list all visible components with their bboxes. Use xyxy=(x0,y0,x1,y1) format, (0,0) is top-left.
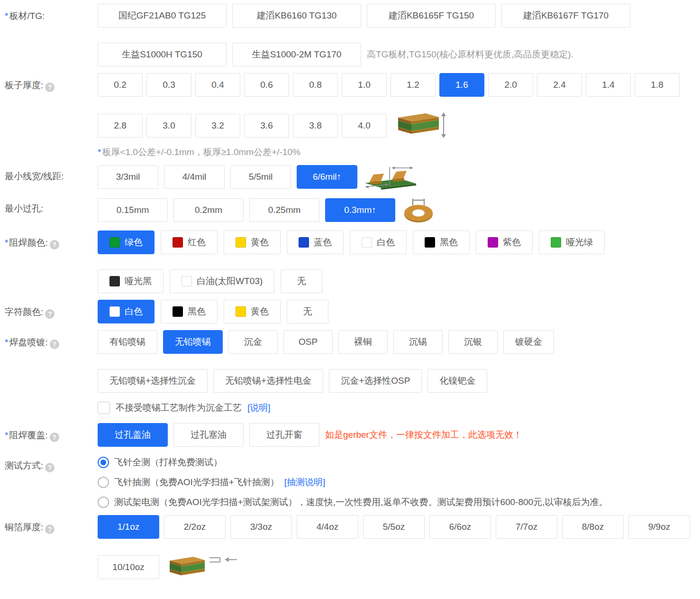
field-label-text: 最小线宽/线距: xyxy=(5,171,64,181)
finish-option[interactable]: 化镍钯金 xyxy=(427,369,487,393)
help-icon[interactable]: ? xyxy=(45,463,55,472)
field-row-covering: *阻焊覆盖:? 过孔盖油 过孔塞油 过孔开窗 如是gerber文件，一律按文件加… xyxy=(5,423,695,447)
field-row-material: *板材/TG: 国纪GF21AB0 TG125 建滔KB6160 TG130 建… xyxy=(5,4,695,66)
thickness-option[interactable]: 1.2 xyxy=(391,73,436,97)
mask-color-option[interactable]: 哑光绿 xyxy=(539,230,605,254)
radio-button[interactable] xyxy=(98,457,109,468)
radio-label: 飞针抽测（免费AOI光学扫描+飞针抽测） xyxy=(114,476,279,488)
thickness-option[interactable]: 1.6 xyxy=(439,73,484,97)
thickness-option[interactable]: 1.0 xyxy=(342,73,387,97)
covering-option[interactable]: 过孔开窗 xyxy=(249,423,319,447)
trace-option[interactable]: 6/6mil↑ xyxy=(297,165,357,189)
help-icon[interactable]: ? xyxy=(50,340,59,349)
thickness-option[interactable]: 1.8 xyxy=(635,73,680,97)
via-option[interactable]: 0.15mm xyxy=(98,198,168,222)
copper-option[interactable]: 4/4oz xyxy=(297,515,358,539)
covering-option[interactable]: 过孔盖油 xyxy=(98,423,168,447)
finish-option[interactable]: 沉金+选择性OSP xyxy=(329,369,422,393)
mask-color-option[interactable]: 红色 xyxy=(161,230,218,254)
material-option[interactable]: 建滔KB6165F TG150 xyxy=(367,4,496,28)
radio-label: 飞针全测（打样免费测试） xyxy=(114,456,222,469)
color-swatch xyxy=(173,306,183,317)
mask-color-option[interactable]: 紫色 xyxy=(476,230,533,254)
radio-button[interactable] xyxy=(98,477,109,488)
material-option[interactable]: 生益S1000H TG150 xyxy=(98,43,227,66)
help-icon[interactable]: ? xyxy=(50,240,59,249)
trace-option[interactable]: 4/4mil xyxy=(164,165,225,189)
material-option[interactable]: 建滔KB6167F TG170 xyxy=(501,4,630,28)
mask-color-option[interactable]: 黑色 xyxy=(413,230,470,254)
thickness-option[interactable]: 0.2 xyxy=(98,73,143,97)
help-icon[interactable]: ? xyxy=(45,309,55,319)
copper-option[interactable]: 7/7oz xyxy=(496,515,557,539)
copper-option[interactable]: 10/10oz xyxy=(98,555,159,579)
copper-option[interactable]: 2/2oz xyxy=(164,515,226,539)
option-label: 哑光绿 xyxy=(566,236,593,249)
copper-option[interactable]: 1/1oz xyxy=(98,515,159,539)
note-text: 板厚<1.0公差+/-0.1mm，板厚≥1.0mm公差+/-10% xyxy=(102,147,300,157)
finish-option[interactable]: 沉金 xyxy=(228,330,278,354)
copper-option[interactable]: 5/5oz xyxy=(363,515,425,539)
help-icon[interactable]: ? xyxy=(50,433,59,442)
option-label: 黄色 xyxy=(251,236,269,249)
finish-option[interactable]: 无铅喷锡+选择性沉金 xyxy=(98,369,208,393)
copper-option[interactable]: 8/8oz xyxy=(562,515,624,539)
finish-option[interactable]: 沉锡 xyxy=(393,330,443,354)
copper-option[interactable]: 9/9oz xyxy=(628,515,690,539)
thickness-option[interactable]: 2.8 xyxy=(98,114,143,138)
mask-color-option[interactable]: 黄色 xyxy=(224,230,281,254)
radio-button[interactable] xyxy=(98,497,109,508)
material-option[interactable]: 建滔KB6160 TG130 xyxy=(232,4,361,28)
via-option[interactable]: 0.3mm↑ xyxy=(325,198,395,222)
trace-option[interactable]: 5/5mil xyxy=(230,165,291,189)
thickness-option[interactable]: 2.4 xyxy=(537,73,582,97)
color-swatch xyxy=(109,276,120,286)
finish-option[interactable]: 裸铜 xyxy=(338,330,388,354)
field-label-material: *板材/TG: xyxy=(5,4,98,22)
mask-color-option[interactable]: 绿色 xyxy=(98,230,155,254)
copper-option[interactable]: 3/3oz xyxy=(230,515,292,539)
thickness-option[interactable]: 2.0 xyxy=(488,73,533,97)
thickness-option[interactable]: 3.0 xyxy=(146,114,191,138)
thickness-option[interactable]: 3.2 xyxy=(195,114,240,138)
finish-option[interactable]: 无铅喷锡+选择性电金 xyxy=(213,369,323,393)
thickness-option[interactable]: 0.8 xyxy=(293,73,338,97)
via-option[interactable]: 0.2mm xyxy=(173,198,244,222)
mask-color-option[interactable]: 白油(太阳WT03) xyxy=(170,269,274,293)
finish-option[interactable]: 沉银 xyxy=(448,330,498,354)
thickness-option[interactable]: 0.6 xyxy=(244,73,289,97)
mask-color-option[interactable]: 哑光黑 xyxy=(98,269,164,293)
via-option[interactable]: 0.25mm xyxy=(249,198,319,222)
field-label-text: 测试方式: xyxy=(5,461,43,470)
finish-option[interactable]: OSP xyxy=(283,330,333,354)
finish-option[interactable]: 有铅喷锡 xyxy=(98,330,157,354)
help-icon[interactable]: ? xyxy=(45,83,55,92)
field-label-covering: *阻焊覆盖:? xyxy=(5,423,98,442)
mask-color-option[interactable]: 蓝色 xyxy=(287,230,344,254)
silk-color-option[interactable]: 白色 xyxy=(98,300,155,323)
finish-option[interactable]: 镀硬金 xyxy=(503,330,554,354)
required-mark: * xyxy=(5,238,8,248)
copper-option[interactable]: 6/6oz xyxy=(429,515,491,539)
sampling-info-link[interactable]: [抽测说明] xyxy=(284,476,326,488)
covering-option[interactable]: 过孔塞油 xyxy=(173,423,244,447)
material-option[interactable]: 国纪GF21AB0 TG125 xyxy=(98,4,227,28)
silk-color-option[interactable]: 黑色 xyxy=(161,300,218,323)
trace-option[interactable]: 3/3mil xyxy=(98,165,158,189)
checkbox[interactable] xyxy=(98,402,110,414)
silk-color-option[interactable]: 黄色 xyxy=(224,300,281,323)
thickness-option[interactable]: 0.3 xyxy=(146,73,191,97)
mask-color-option[interactable]: 无 xyxy=(281,269,322,293)
color-swatch xyxy=(236,306,246,317)
thickness-option[interactable]: 4.0 xyxy=(342,114,387,138)
mask-color-option[interactable]: 白色 xyxy=(350,230,407,254)
finish-option[interactable]: 无铅喷锡 xyxy=(163,330,223,354)
thickness-option[interactable]: 0.4 xyxy=(195,73,240,97)
material-option[interactable]: 生益S1000-2M TG170 xyxy=(232,43,361,66)
thickness-option[interactable]: 1.4 xyxy=(586,73,631,97)
thickness-option[interactable]: 3.8 xyxy=(293,114,338,138)
help-icon[interactable]: ? xyxy=(45,525,55,534)
thickness-option[interactable]: 3.6 xyxy=(244,114,289,138)
checkbox-info-link[interactable]: [说明] xyxy=(247,402,271,414)
silk-color-option[interactable]: 无 xyxy=(287,300,328,323)
